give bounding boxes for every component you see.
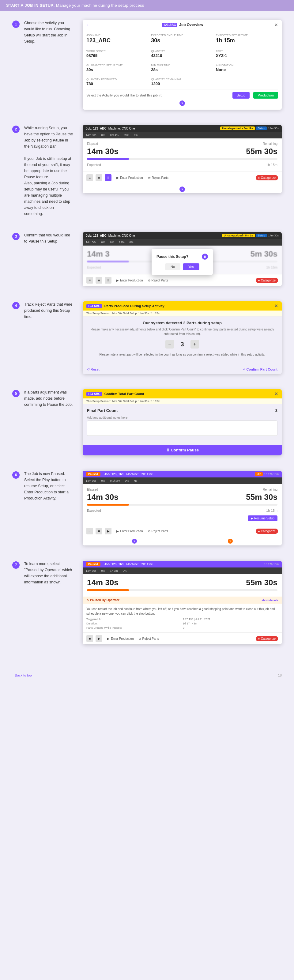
categorize-btn[interactable]: ● Categorize (256, 175, 278, 180)
step-4-left: 4 Track Reject Parts that were produced … (12, 301, 73, 320)
play-btn-6[interactable]: ▶ (105, 528, 111, 535)
categorize-7[interactable]: ● Categorize (256, 636, 278, 641)
confirm-pause-btn[interactable]: ⏸ Confirm Pause (83, 445, 282, 455)
pause-yes-btn[interactable]: Yes (183, 263, 199, 270)
elapsed-section-2: Elapsed Remaining 14m 30s 55m 30s Expect… (83, 138, 282, 172)
step-number-4: 4 (12, 302, 20, 309)
expected-value-6: 1h 15m (266, 509, 278, 512)
job-name-label: Job Name (86, 34, 149, 37)
step-3: 3 Confirm that you would like to Pause t… (12, 232, 282, 286)
reject-parts-7[interactable]: ⊘ Reject Parts (139, 637, 159, 640)
stat-3: 0m 4% (110, 134, 119, 137)
stat6-3: 0 1h 3m (110, 479, 120, 482)
paused-time-7: 1d 17h 15m (264, 563, 279, 566)
job-name-value: 123_ABC (86, 37, 149, 44)
paused-op-detail-text: You can restart the job and continue fro… (86, 607, 278, 616)
notes-label: Add any additional notes here (87, 416, 278, 419)
pause-icon-btn[interactable]: ⏸ (105, 174, 111, 181)
nav-back-btn-6[interactable]: ← (86, 528, 93, 535)
cat-icon-6: ● (258, 530, 260, 533)
parts-body-text: Please make any necessary adjustments be… (87, 327, 278, 336)
stat-1: 14m 30s (86, 134, 97, 137)
btn-setup[interactable]: Setup (232, 92, 250, 99)
enter-production-6[interactable]: ▶ Enter Production (116, 530, 143, 533)
confirm-count-btn[interactable]: ✓ Confirm Part Count (243, 368, 278, 371)
tag-setup-3: Setup (256, 234, 267, 237)
triggered-value: 9:25 PM | Jul 21, 2021 (183, 618, 278, 621)
job-fields-grid-4: Quantity Produced 780 Quantity Remaining… (86, 78, 278, 86)
resume-production-btn[interactable]: ▶ Resume Setup (248, 515, 278, 521)
pause-indicator: ▼ (83, 183, 282, 193)
categorize-3[interactable]: ● Categorize (256, 278, 278, 283)
categorize-label: Categorize (261, 176, 276, 180)
back-to-top[interactable]: ↑ Back to top (12, 673, 32, 677)
parts-body-title: Our system detected 3 Parts during setup (87, 321, 278, 325)
tag-time: 14m 30s (268, 127, 279, 130)
page-number: 18 (278, 673, 282, 677)
enter-production-3[interactable]: ▶ Enter Production (116, 279, 143, 282)
completed-label: Quantity Produced (86, 78, 149, 81)
parts-close[interactable]: ✕ (274, 304, 278, 309)
back-to-top-label: ↑ Back to top (12, 673, 32, 677)
nav-bar-paused-6: ← ■ ▶ ▶ Enter Production ⊘ Reject Parts … (83, 525, 282, 537)
stop-btn-3[interactable]: ■ (95, 277, 102, 283)
page-footer: ↑ Back to top 18 (0, 669, 294, 682)
parts-header-title: Parts Produced During Setup Activity (105, 304, 164, 308)
show-details-link[interactable]: show details (262, 599, 278, 602)
stop-icon-btn[interactable]: ■ (95, 174, 102, 181)
counter-plus-btn[interactable]: + (191, 340, 199, 348)
menu-icon-btn[interactable]: ≡ (86, 174, 93, 181)
setup-indicator: ▼ (86, 99, 278, 106)
step-number-6: 6 (12, 471, 20, 479)
final-close[interactable]: ✕ (274, 391, 278, 396)
rp-label-6: Reject Parts (152, 530, 168, 533)
tag-time-3: 14m 30s (268, 234, 279, 237)
final-badge: 123 ABC (86, 392, 102, 396)
job-fields-grid-3: Guaranteed Setup Time 30s Min Run Time 2… (86, 64, 278, 72)
expected-cycle-field: Expected Cycle Time 30s (151, 34, 213, 44)
paused-by-operator-section[interactable]: ⚠ Paused By Operator show details (83, 597, 282, 604)
tag-idle: Idle (255, 472, 263, 476)
bg-remaining-time: 5m 30s (251, 249, 278, 259)
reject-parts-6[interactable]: ⊘ Reject Parts (148, 530, 168, 533)
menu-btn-3[interactable]: ≡ (86, 277, 93, 283)
progress-bar-7 (87, 589, 278, 591)
ep-icon-6: ▶ (116, 530, 119, 533)
enter-production-action[interactable]: ▶ Enter Production (116, 176, 143, 180)
final-body: Final Part Count 3 Add any additional no… (83, 404, 282, 441)
job-stats-bar-3: 14m 30s 0% 0% 99% 0% (83, 239, 282, 246)
min-run-value: 28s (151, 67, 213, 72)
reject-parts-action[interactable]: ⊘ Reject Parts (148, 176, 168, 180)
step-5-left: 5 If a parts adjustment was made, add no… (12, 389, 73, 407)
reset-btn[interactable]: ↺ Reset (87, 368, 100, 371)
counter-value: 3 (178, 341, 187, 348)
categorize-6[interactable]: ● Categorize (256, 528, 278, 534)
paused-machine-7: Machine: CNC One (126, 563, 153, 566)
btn-production[interactable]: Production (253, 92, 278, 99)
expected-cycle-label: Expected Cycle Time (151, 34, 213, 37)
close-button[interactable]: ✕ (274, 22, 278, 27)
counter-minus-btn[interactable]: − (165, 340, 174, 348)
pause-btn-3[interactable]: ⏸ (105, 277, 111, 283)
progress-inner-6 (87, 504, 129, 506)
stop-btn-7[interactable]: ■ (86, 635, 93, 642)
stat-4: 99% (124, 134, 129, 137)
job-overview-header: ← 123 ABC Job Overview ✕ (83, 20, 282, 30)
job-stats-bar-7: 14m 30s 0% 1h 3m 0% (83, 568, 282, 574)
pause-no-btn[interactable]: No (165, 263, 180, 270)
rp-icon-6: ⊘ (148, 530, 150, 533)
stat3-1: 14m 30s (86, 241, 97, 244)
play-btn-7[interactable]: ▶ (95, 635, 102, 642)
nav-back-arrow[interactable]: ← (86, 22, 91, 27)
stop-btn-6[interactable]: ■ (95, 528, 102, 535)
reject-parts-3[interactable]: ⊘ Reject Parts (148, 279, 168, 282)
step-5: 5 If a parts adjustment was made, add no… (12, 389, 282, 455)
enter-production-7[interactable]: ▶ Enter Production (107, 637, 134, 640)
categorize-icon-3: ● (258, 279, 260, 282)
notes-input[interactable] (87, 420, 278, 436)
dot-1: ▼ (132, 539, 137, 544)
dot-2: ▼ (228, 539, 233, 544)
job-stats-bar-2: 14m 30s 0% 0m 4% 99% 0% (83, 132, 282, 138)
remaining-value: 1200 (151, 81, 213, 86)
bg-elapsed-time: 14m 3 (87, 249, 110, 259)
